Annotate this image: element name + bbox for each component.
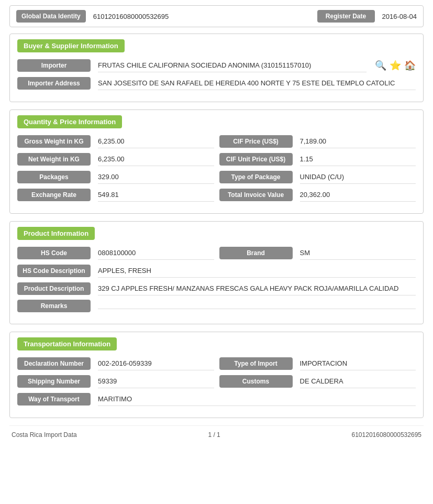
decl-number-value: 002-2016-059339 xyxy=(98,357,214,370)
hscode-brand-row: HS Code 0808100000 Brand SM xyxy=(17,246,416,260)
remarks-value xyxy=(98,303,416,309)
decl-col: Declaration Number 002-2016-059339 xyxy=(17,357,214,370)
page-wrapper: Global Data Identity 6101201608000053269… xyxy=(0,0,433,504)
product-info-section: Product Information HS Code 0808100000 B… xyxy=(9,221,424,324)
type-import-value: IMPORTACION xyxy=(300,357,416,370)
qty-right-0: CIF Price (US$) 7,189.00 xyxy=(219,135,416,148)
shipping-col: Shipping Number 59339 xyxy=(17,375,214,388)
product-info-title: Product Information xyxy=(17,227,95,240)
hscode-desc-row: HS Code Description APPLES, FRESH xyxy=(17,264,416,278)
cif-price-value: 7,189.00 xyxy=(300,135,416,148)
type-import-label: Type of Import xyxy=(219,357,293,370)
type-import-col: Type of Import IMPORTACION xyxy=(219,357,416,370)
brand-label: Brand xyxy=(219,247,293,259)
footer-left: Costa Rica Import Data xyxy=(12,431,77,439)
gdi-label: Global Data Identity xyxy=(16,10,86,23)
qty-right-1: CIF Unit Price (US$) 1.15 xyxy=(219,152,416,166)
type-package-label: Type of Package xyxy=(219,171,293,183)
qty-right-3: Total Invoice Value 20,362.00 xyxy=(219,188,416,202)
footer-center: 1 / 1 xyxy=(208,431,220,439)
decl-type-row: Declaration Number 002-2016-059339 Type … xyxy=(17,357,416,370)
remarks-row: Remarks xyxy=(17,300,416,312)
brand-value: SM xyxy=(300,246,416,260)
register-label: Register Date xyxy=(317,10,375,23)
shipping-number-value: 59339 xyxy=(98,375,214,388)
total-invoice-value: 20,362.00 xyxy=(300,188,416,202)
footer-right: 61012016080000532695 xyxy=(352,431,421,439)
hscode-label: HS Code xyxy=(17,247,91,259)
cif-unit-price-value: 1.15 xyxy=(300,152,416,166)
hscode-value: 0808100000 xyxy=(98,246,214,260)
gross-weight-label: Gross Weight in KG xyxy=(17,135,91,148)
product-desc-row: Product Description 329 CJ APPLES FRESH/… xyxy=(17,282,416,295)
way-of-transport-label: Way of Transport xyxy=(17,393,91,406)
qty-row-3: Exchange Rate 549.81 Total Invoice Value… xyxy=(17,188,416,202)
product-desc-label: Product Description xyxy=(17,282,91,295)
search-icon[interactable]: 🔍 xyxy=(375,60,386,71)
importer-address-value: SAN JOSESITO DE SAN RAFAEL DE HEREDIA 40… xyxy=(98,76,416,90)
qty-row-1: Net Weight in KG 6,235.00 CIF Unit Price… xyxy=(17,152,416,166)
importer-row: Importer FRUTAS CHILE CALIFORNIA SOCIEDA… xyxy=(17,59,416,72)
transport-section: Transportation Information Declaration N… xyxy=(9,332,424,418)
cif-unit-price-label: CIF Unit Price (US$) xyxy=(219,153,293,166)
total-invoice-label: Total Invoice Value xyxy=(219,189,293,201)
exchange-rate-label: Exchange Rate xyxy=(17,189,91,201)
packages-label: Packages xyxy=(17,171,91,183)
remarks-label: Remarks xyxy=(17,300,91,312)
importer-value: FRUTAS CHILE CALIFORNIA SOCIEDAD ANONIMA… xyxy=(98,59,367,72)
brand-col: Brand SM xyxy=(219,246,416,260)
home-icon[interactable]: 🏠 xyxy=(404,60,416,71)
hscode-col: HS Code 0808100000 xyxy=(17,246,214,260)
buyer-supplier-section: Buyer & Supplier Information Importer FR… xyxy=(9,34,424,102)
net-weight-value: 6,235.00 xyxy=(98,152,214,166)
way-of-transport-value: MARITIMO xyxy=(98,392,416,406)
customs-col: Customs DE CALDERA xyxy=(219,375,416,388)
hscode-desc-value: APPLES, FRESH xyxy=(98,264,416,278)
cif-price-label: CIF Price (US$) xyxy=(219,135,293,148)
register-value: 2016-08-04 xyxy=(382,13,417,20)
qty-row-0: Gross Weight in KG 6,235.00 CIF Price (U… xyxy=(17,135,416,148)
quantity-price-title: Quantity & Price Information xyxy=(17,115,122,128)
gross-weight-value: 6,235.00 xyxy=(98,135,214,148)
shipping-number-label: Shipping Number xyxy=(17,375,91,388)
packages-value: 329.00 xyxy=(98,170,214,184)
net-weight-label: Net Weight in KG xyxy=(17,153,91,166)
transport-title: Transportation Information xyxy=(17,337,117,350)
identity-bar: Global Data Identity 6101201608000053269… xyxy=(9,5,424,27)
importer-address-row: Importer Address SAN JOSESITO DE SAN RAF… xyxy=(17,76,416,90)
qty-left-0: Gross Weight in KG 6,235.00 xyxy=(17,135,214,148)
type-package-value: UNIDAD (C/U) xyxy=(300,170,416,184)
qty-left-1: Net Weight in KG 6,235.00 xyxy=(17,152,214,166)
customs-label: Customs xyxy=(219,375,293,388)
decl-number-label: Declaration Number xyxy=(17,357,91,370)
product-desc-value: 329 CJ APPLES FRESH/ MANZANAS FRESCAS GA… xyxy=(98,282,416,295)
qty-row-2: Packages 329.00 Type of Package UNIDAD (… xyxy=(17,170,416,184)
customs-value: DE CALDERA xyxy=(300,375,416,388)
shipping-customs-row: Shipping Number 59339 Customs DE CALDERA xyxy=(17,375,416,388)
qty-right-2: Type of Package UNIDAD (C/U) xyxy=(219,170,416,184)
hscode-desc-label: HS Code Description xyxy=(17,265,91,277)
star-icon[interactable]: ⭐ xyxy=(390,60,401,71)
footer: Costa Rica Import Data 1 / 1 61012016080… xyxy=(9,425,424,441)
quantity-price-section: Quantity & Price Information Gross Weigh… xyxy=(9,109,424,214)
importer-icons: 🔍 ⭐ 🏠 xyxy=(372,60,416,71)
importer-label: Importer xyxy=(17,59,91,72)
gdi-value: 61012016080000532695 xyxy=(93,13,317,20)
buyer-supplier-title: Buyer & Supplier Information xyxy=(17,39,125,52)
importer-address-label: Importer Address xyxy=(17,77,91,90)
qty-left-2: Packages 329.00 xyxy=(17,170,214,184)
exchange-rate-value: 549.81 xyxy=(98,188,214,202)
qty-left-3: Exchange Rate 549.81 xyxy=(17,188,214,202)
way-of-transport-row: Way of Transport MARITIMO xyxy=(17,392,416,406)
